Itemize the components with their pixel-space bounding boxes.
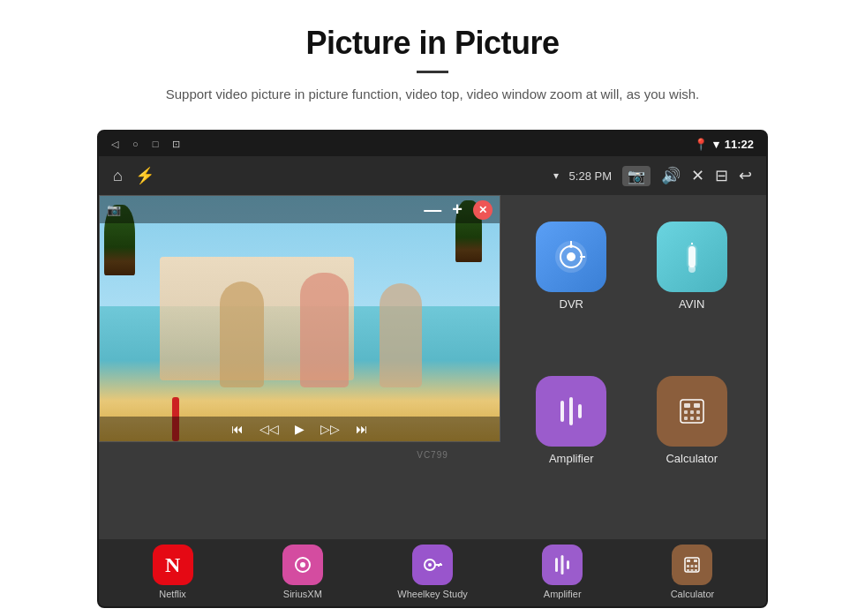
svg-rect-7: [688, 246, 696, 267]
svg-point-25: [428, 563, 432, 567]
page-header: Picture in Picture Support video picture…: [0, 0, 865, 119]
bottom-app-bar: N Netflix SiriusXM: [99, 539, 766, 606]
calculator-bottom-label: Calculator: [671, 589, 715, 599]
svg-rect-29: [555, 558, 558, 572]
calculator-bottom-svg-icon: [681, 553, 703, 576]
pip-expand-button[interactable]: +: [452, 199, 463, 220]
bottom-app-siriusxm[interactable]: SiriusXM: [237, 545, 367, 599]
person1: [220, 282, 264, 387]
status-time: 11:22: [725, 138, 754, 151]
fast-forward-icon[interactable]: ▷▷: [320, 422, 340, 436]
amplifier-label: Amplifier: [549, 452, 594, 465]
pip-camera-icon: 📷: [107, 203, 121, 216]
svg-rect-15: [694, 403, 700, 408]
bottom-app-calculator[interactable]: Calculator: [628, 545, 757, 599]
app-bar-time: 5:28 PM: [569, 169, 612, 183]
svg-rect-10: [560, 401, 564, 422]
netflix-label: Netflix: [159, 589, 186, 599]
svg-point-23: [300, 562, 305, 567]
svg-rect-35: [687, 565, 689, 567]
play-icon[interactable]: ▶: [295, 422, 305, 436]
wifi-status-icon: ▾: [553, 169, 559, 182]
page-title: Picture in Picture: [53, 25, 812, 62]
wheelkey-svg-icon: [421, 553, 444, 576]
recent-nav-icon[interactable]: □: [153, 139, 159, 149]
netflix-icon[interactable]: N: [153, 545, 193, 585]
svg-rect-20: [690, 417, 694, 420]
close-icon[interactable]: ✕: [691, 166, 704, 185]
title-divider: [417, 71, 448, 73]
home-icon[interactable]: ⌂: [113, 167, 123, 185]
content-area: 📷 — + ✕: [99, 195, 766, 539]
bottom-app-wheelkey[interactable]: Wheelkey Study: [367, 545, 497, 599]
svg-rect-11: [569, 397, 573, 425]
page-subtitle: Support video picture in picture functio…: [124, 84, 741, 105]
svg-rect-37: [695, 565, 697, 567]
avin-label: AVIN: [679, 297, 704, 311]
siriusxm-icon[interactable]: [282, 545, 323, 585]
back-nav-icon[interactable]: ◁: [111, 139, 118, 150]
svg-rect-17: [690, 410, 694, 414]
svg-rect-14: [684, 403, 690, 408]
calculator-label: Calculator: [666, 452, 718, 465]
skip-back-icon[interactable]: ⏮: [231, 422, 244, 436]
rewind-icon[interactable]: ◁◁: [260, 422, 279, 436]
svg-rect-38: [687, 569, 689, 571]
amplifier-bottom-label: Amplifier: [544, 589, 582, 599]
usb-icon[interactable]: ⚡: [135, 166, 154, 185]
home-nav-icon[interactable]: ○: [132, 139, 139, 149]
dvr-label: DVR: [560, 297, 583, 311]
avin-svg-icon: [673, 237, 711, 276]
svg-rect-16: [684, 410, 688, 414]
bottom-app-netflix[interactable]: N Netflix: [108, 545, 237, 599]
svg-point-2: [567, 252, 575, 261]
svg-rect-34: [694, 560, 697, 562]
pip-close-button[interactable]: ✕: [473, 200, 493, 220]
svg-rect-19: [684, 417, 688, 420]
wheelkey-icon[interactable]: [412, 545, 453, 585]
bottom-app-amplifier[interactable]: Amplifier: [498, 545, 628, 599]
skip-forward-icon[interactable]: ⏭: [356, 422, 368, 436]
svg-point-5: [569, 244, 573, 248]
amplifier-svg-icon: [552, 392, 590, 431]
pip-top-bar: 📷 — + ✕: [100, 196, 500, 223]
svg-rect-33: [687, 560, 690, 562]
amplifier-icon-box[interactable]: [536, 376, 606, 447]
calculator-icon-box[interactable]: [657, 376, 727, 447]
person2: [300, 273, 349, 387]
camera-icon[interactable]: 📷: [622, 166, 651, 186]
svg-rect-21: [696, 417, 700, 420]
back-icon[interactable]: ↩: [739, 166, 752, 185]
apps-grid: DVR AVIN: [497, 195, 766, 539]
dvr-svg-icon: [552, 237, 590, 276]
watermark: VC799: [417, 450, 448, 460]
pip-icon[interactable]: ⊟: [715, 166, 728, 185]
pip-minimize-button[interactable]: —: [424, 199, 441, 220]
app-bar-right: ▾ 5:28 PM 📷 🔊 ✕ ⊟ ↩: [553, 166, 752, 186]
svg-rect-30: [561, 555, 564, 575]
app-dvr[interactable]: DVR: [511, 213, 632, 319]
svg-rect-31: [567, 560, 569, 569]
siriusxm-svg-icon: [290, 552, 315, 577]
device-frame: ◁ ○ □ ⊡ 📍 ▾ 11:22 ⌂ ⚡ ▾ 5:28 PM 📷 🔊 ✕ ⊟ …: [97, 130, 768, 608]
wheelkey-label: Wheelkey Study: [397, 589, 467, 599]
video-content: [100, 196, 500, 441]
amplifier-bottom-icon[interactable]: [542, 545, 583, 585]
avin-icon-box[interactable]: [657, 222, 727, 292]
location-icon: 📍: [694, 138, 708, 151]
app-avin[interactable]: AVIN: [632, 213, 753, 319]
volume-icon[interactable]: 🔊: [661, 166, 681, 185]
dvr-icon-box[interactable]: [536, 222, 606, 292]
app-bar-left: ⌂ ⚡: [113, 166, 154, 185]
calculator-bottom-icon[interactable]: [672, 545, 712, 585]
status-bar: ◁ ○ □ ⊡ 📍 ▾ 11:22: [99, 131, 766, 156]
status-bar-info: 📍 ▾ 11:22: [694, 138, 754, 151]
screenshot-nav-icon[interactable]: ⊡: [172, 139, 180, 150]
app-amplifier[interactable]: Amplifier: [511, 367, 632, 474]
app-calculator[interactable]: Calculator: [632, 367, 753, 474]
pip-controls: — + ✕: [424, 199, 493, 220]
pip-window[interactable]: 📷 — + ✕: [99, 195, 500, 442]
amplifier-bottom-svg-icon: [551, 553, 574, 576]
wifi-icon: ▾: [713, 138, 719, 151]
app-bar: ⌂ ⚡ ▾ 5:28 PM 📷 🔊 ✕ ⊟ ↩: [99, 156, 766, 195]
